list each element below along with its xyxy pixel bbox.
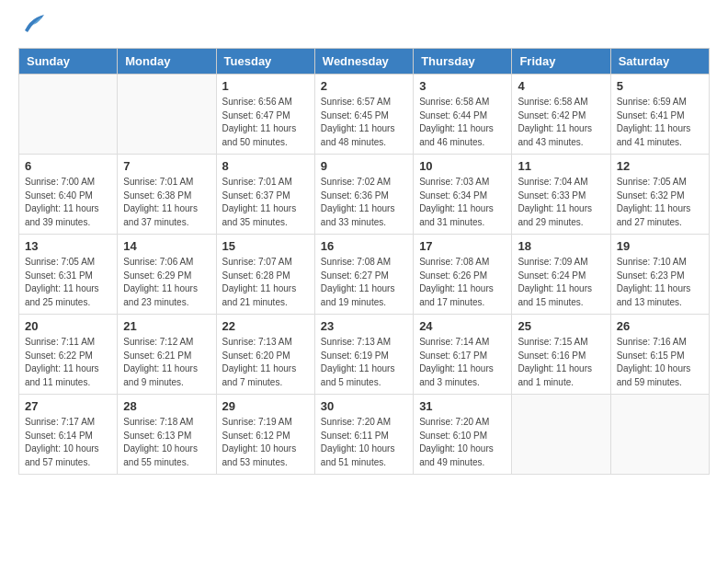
calendar-cell: 21Sunrise: 7:12 AM Sunset: 6:21 PM Dayli…	[118, 315, 216, 395]
day-content: Sunrise: 7:16 AM Sunset: 6:15 PM Dayligh…	[617, 336, 703, 389]
day-content: Sunrise: 7:09 AM Sunset: 6:24 PM Dayligh…	[518, 256, 604, 309]
calendar-cell	[19, 75, 118, 155]
logo	[18, 18, 46, 39]
calendar-week-row: 27Sunrise: 7:17 AM Sunset: 6:14 PM Dayli…	[19, 395, 710, 475]
day-number: 8	[222, 159, 309, 173]
weekday-header-cell: Friday	[512, 49, 610, 75]
day-number: 22	[222, 319, 309, 333]
day-content: Sunrise: 7:01 AM Sunset: 6:38 PM Dayligh…	[123, 176, 210, 229]
day-content: Sunrise: 7:14 AM Sunset: 6:17 PM Dayligh…	[419, 336, 506, 389]
day-content: Sunrise: 7:12 AM Sunset: 6:21 PM Dayligh…	[123, 336, 210, 389]
day-content: Sunrise: 7:05 AM Sunset: 6:31 PM Dayligh…	[25, 256, 111, 309]
day-number: 14	[123, 239, 210, 253]
calendar-cell: 29Sunrise: 7:19 AM Sunset: 6:12 PM Dayli…	[216, 395, 314, 475]
calendar-cell: 16Sunrise: 7:08 AM Sunset: 6:27 PM Dayli…	[314, 235, 413, 315]
day-number: 25	[518, 319, 604, 333]
weekday-header-cell: Thursday	[414, 49, 512, 75]
day-content: Sunrise: 7:01 AM Sunset: 6:37 PM Dayligh…	[222, 176, 309, 229]
day-number: 3	[419, 79, 506, 93]
calendar-cell: 3Sunrise: 6:58 AM Sunset: 6:44 PM Daylig…	[414, 75, 512, 155]
calendar-cell: 13Sunrise: 7:05 AM Sunset: 6:31 PM Dayli…	[19, 235, 118, 315]
calendar-cell	[610, 395, 709, 475]
day-content: Sunrise: 7:08 AM Sunset: 6:27 PM Dayligh…	[321, 256, 407, 309]
calendar-cell: 24Sunrise: 7:14 AM Sunset: 6:17 PM Dayli…	[414, 315, 512, 395]
calendar-cell: 18Sunrise: 7:09 AM Sunset: 6:24 PM Dayli…	[512, 235, 610, 315]
calendar-cell: 15Sunrise: 7:07 AM Sunset: 6:28 PM Dayli…	[216, 235, 314, 315]
calendar-cell: 17Sunrise: 7:08 AM Sunset: 6:26 PM Dayli…	[414, 235, 512, 315]
weekday-header-cell: Monday	[118, 49, 216, 75]
day-content: Sunrise: 7:11 AM Sunset: 6:22 PM Dayligh…	[25, 336, 111, 389]
page-header	[18, 18, 710, 39]
day-number: 18	[518, 239, 604, 253]
calendar-cell: 5Sunrise: 6:59 AM Sunset: 6:41 PM Daylig…	[610, 75, 709, 155]
day-number: 26	[617, 319, 703, 333]
day-number: 9	[321, 159, 407, 173]
calendar-week-row: 13Sunrise: 7:05 AM Sunset: 6:31 PM Dayli…	[19, 235, 710, 315]
day-number: 27	[25, 399, 111, 413]
weekday-header-cell: Saturday	[610, 49, 709, 75]
day-content: Sunrise: 7:20 AM Sunset: 6:11 PM Dayligh…	[321, 416, 407, 469]
calendar-cell: 2Sunrise: 6:57 AM Sunset: 6:45 PM Daylig…	[314, 75, 413, 155]
calendar-week-row: 1Sunrise: 6:56 AM Sunset: 6:47 PM Daylig…	[19, 75, 710, 155]
day-content: Sunrise: 7:17 AM Sunset: 6:14 PM Dayligh…	[25, 416, 111, 469]
day-content: Sunrise: 7:15 AM Sunset: 6:16 PM Dayligh…	[518, 336, 604, 389]
day-number: 19	[617, 239, 703, 253]
day-number: 23	[321, 319, 407, 333]
calendar-cell: 28Sunrise: 7:18 AM Sunset: 6:13 PM Dayli…	[118, 395, 216, 475]
day-content: Sunrise: 7:02 AM Sunset: 6:36 PM Dayligh…	[321, 176, 407, 229]
day-content: Sunrise: 7:00 AM Sunset: 6:40 PM Dayligh…	[25, 176, 111, 229]
day-number: 24	[419, 319, 506, 333]
weekday-header-row: SundayMondayTuesdayWednesdayThursdayFrid…	[19, 49, 710, 75]
day-content: Sunrise: 6:59 AM Sunset: 6:41 PM Dayligh…	[617, 96, 703, 149]
calendar-week-row: 20Sunrise: 7:11 AM Sunset: 6:22 PM Dayli…	[19, 315, 710, 395]
calendar-cell: 11Sunrise: 7:04 AM Sunset: 6:33 PM Dayli…	[512, 155, 610, 235]
calendar-cell: 8Sunrise: 7:01 AM Sunset: 6:37 PM Daylig…	[216, 155, 314, 235]
day-number: 29	[222, 399, 309, 413]
calendar-cell: 19Sunrise: 7:10 AM Sunset: 6:23 PM Dayli…	[610, 235, 709, 315]
day-content: Sunrise: 7:18 AM Sunset: 6:13 PM Dayligh…	[123, 416, 210, 469]
day-number: 1	[222, 79, 309, 93]
calendar-cell	[118, 75, 216, 155]
calendar-cell: 14Sunrise: 7:06 AM Sunset: 6:29 PM Dayli…	[118, 235, 216, 315]
day-number: 10	[419, 159, 506, 173]
day-number: 20	[25, 319, 111, 333]
calendar-cell: 27Sunrise: 7:17 AM Sunset: 6:14 PM Dayli…	[19, 395, 118, 475]
calendar-cell: 12Sunrise: 7:05 AM Sunset: 6:32 PM Dayli…	[610, 155, 709, 235]
day-number: 15	[222, 239, 309, 253]
calendar-cell: 23Sunrise: 7:13 AM Sunset: 6:19 PM Dayli…	[314, 315, 413, 395]
calendar-table: SundayMondayTuesdayWednesdayThursdayFrid…	[18, 48, 710, 475]
day-number: 5	[617, 79, 703, 93]
day-content: Sunrise: 7:13 AM Sunset: 6:19 PM Dayligh…	[321, 336, 407, 389]
day-number: 6	[25, 159, 111, 173]
day-content: Sunrise: 7:19 AM Sunset: 6:12 PM Dayligh…	[222, 416, 309, 469]
weekday-header-cell: Tuesday	[216, 49, 314, 75]
day-number: 11	[518, 159, 604, 173]
day-number: 21	[123, 319, 210, 333]
calendar-cell	[512, 395, 610, 475]
day-content: Sunrise: 7:08 AM Sunset: 6:26 PM Dayligh…	[419, 256, 506, 309]
weekday-header-cell: Wednesday	[314, 49, 413, 75]
calendar-body: 1Sunrise: 6:56 AM Sunset: 6:47 PM Daylig…	[19, 75, 710, 475]
day-number: 4	[518, 79, 604, 93]
calendar-week-row: 6Sunrise: 7:00 AM Sunset: 6:40 PM Daylig…	[19, 155, 710, 235]
calendar-cell: 20Sunrise: 7:11 AM Sunset: 6:22 PM Dayli…	[19, 315, 118, 395]
day-number: 30	[321, 399, 407, 413]
day-content: Sunrise: 7:07 AM Sunset: 6:28 PM Dayligh…	[222, 256, 309, 309]
day-content: Sunrise: 7:10 AM Sunset: 6:23 PM Dayligh…	[617, 256, 703, 309]
calendar-cell: 31Sunrise: 7:20 AM Sunset: 6:10 PM Dayli…	[414, 395, 512, 475]
weekday-header-cell: Sunday	[19, 49, 118, 75]
calendar-cell: 25Sunrise: 7:15 AM Sunset: 6:16 PM Dayli…	[512, 315, 610, 395]
calendar-cell: 7Sunrise: 7:01 AM Sunset: 6:38 PM Daylig…	[118, 155, 216, 235]
day-content: Sunrise: 7:06 AM Sunset: 6:29 PM Dayligh…	[123, 256, 210, 309]
calendar-cell: 26Sunrise: 7:16 AM Sunset: 6:15 PM Dayli…	[610, 315, 709, 395]
calendar-cell: 6Sunrise: 7:00 AM Sunset: 6:40 PM Daylig…	[19, 155, 118, 235]
calendar-cell: 9Sunrise: 7:02 AM Sunset: 6:36 PM Daylig…	[314, 155, 413, 235]
day-number: 7	[123, 159, 210, 173]
calendar-cell: 4Sunrise: 6:58 AM Sunset: 6:42 PM Daylig…	[512, 75, 610, 155]
day-number: 31	[419, 399, 506, 413]
day-number: 2	[321, 79, 407, 93]
day-content: Sunrise: 7:05 AM Sunset: 6:32 PM Dayligh…	[617, 176, 703, 229]
day-content: Sunrise: 7:03 AM Sunset: 6:34 PM Dayligh…	[419, 176, 506, 229]
logo-bird-icon	[20, 14, 46, 34]
day-number: 13	[25, 239, 111, 253]
